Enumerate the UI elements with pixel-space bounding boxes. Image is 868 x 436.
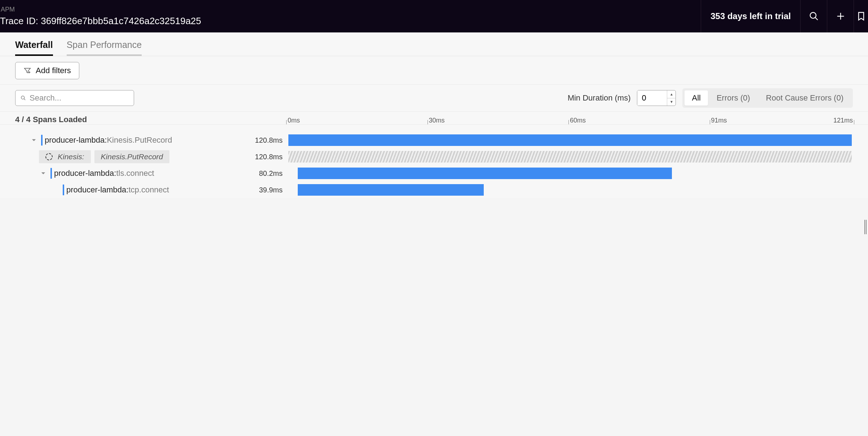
timeline-tick: 60ms (570, 117, 586, 124)
span-color-bar (50, 168, 52, 179)
top-bar: APM Trace ID: 369ff826e7bbb5a1c7426a2c32… (0, 0, 868, 32)
span-label: producer-lambda: tcp.connect (15, 184, 246, 195)
span-label: producer-lambda: tls.connect (15, 168, 246, 179)
tabs: Waterfall Span Performance (0, 32, 868, 56)
span-duration: 80.2ms (246, 169, 288, 178)
svg-line-7 (24, 99, 25, 100)
span-bar-track (288, 167, 853, 180)
span-bar-track (288, 183, 853, 196)
span-row[interactable]: producer-lambda: tls.connect80.2ms (15, 165, 853, 182)
svg-point-6 (21, 96, 25, 99)
span-service: Kinesis: (58, 152, 84, 161)
span-row[interactable]: Kinesis:Kinesis.PutRecord120.8ms (15, 148, 853, 165)
app-label: APM (0, 6, 701, 13)
span-row[interactable]: producer-lambda: tcp.connect39.9ms (15, 182, 853, 198)
span-duration: 120.8ms (246, 153, 288, 161)
span-label: Kinesis:Kinesis.PutRecord (15, 150, 246, 163)
span-service: producer-lambda: (45, 135, 107, 145)
span-service: producer-lambda: (66, 185, 128, 195)
inferred-icon (45, 153, 53, 160)
trace-id: Trace ID: 369ff826e7bbb5a1c7426a2c32519a… (0, 15, 701, 27)
timeline-tick: 91ms (711, 117, 727, 124)
search-box[interactable] (15, 90, 134, 106)
timeline-ticks: 0ms30ms60ms91ms121ms (288, 114, 853, 124)
span-label: producer-lambda: Kinesis.PutRecord (15, 135, 246, 146)
filters-row: Add filters (0, 56, 868, 85)
bookmark-button[interactable] (854, 0, 868, 32)
span-service: producer-lambda: (54, 169, 116, 178)
chevron-down-icon[interactable] (39, 169, 48, 178)
inferred-span-pills: Kinesis:Kinesis.PutRecord (39, 150, 169, 163)
min-duration-field[interactable] (637, 90, 667, 106)
add-button[interactable] (827, 0, 854, 32)
service-pill[interactable]: Kinesis: (39, 150, 91, 163)
chevron-down-icon[interactable] (30, 136, 38, 144)
spans-loaded-label: 4 / 4 Spans Loaded (15, 115, 288, 124)
span-bar-track (288, 134, 853, 147)
filter-icon (23, 67, 31, 75)
add-filters-label: Add filters (36, 66, 71, 75)
min-duration-label: Min Duration (ms) (568, 93, 631, 103)
span-operation: tls.connect (116, 169, 154, 178)
top-bar-left: APM Trace ID: 369ff826e7bbb5a1c7426a2c32… (0, 0, 701, 32)
timeline-header: 4 / 4 Spans Loaded 0ms30ms60ms91ms121ms (0, 112, 868, 125)
timeline-tick: 121ms (833, 117, 853, 124)
span-color-bar (63, 184, 64, 195)
resize-handle[interactable] (864, 220, 867, 234)
bookmark-icon (856, 11, 866, 21)
search-icon (21, 94, 26, 102)
span-rows: producer-lambda: Kinesis.PutRecord120.8m… (0, 125, 868, 198)
search-button[interactable] (800, 0, 827, 32)
tab-span-performance[interactable]: Span Performance (67, 40, 142, 56)
stepper-up[interactable]: ▲ (667, 90, 676, 98)
span-bar[interactable] (288, 134, 852, 146)
search-icon (809, 11, 819, 21)
span-color-bar (41, 135, 43, 146)
span-bar[interactable] (288, 151, 852, 163)
span-duration: 39.9ms (246, 186, 288, 194)
content-area: Waterfall Span Performance Add filters M… (0, 32, 868, 198)
operation-pill[interactable]: Kinesis.PutRecord (94, 150, 170, 163)
segment-root-cause[interactable]: Root Cause Errors (0) (759, 90, 851, 106)
span-row[interactable]: producer-lambda: Kinesis.PutRecord120.8m… (15, 132, 853, 148)
trial-status[interactable]: 353 days left in trial (701, 0, 800, 32)
timeline-tick: 30ms (429, 117, 445, 124)
search-input[interactable] (30, 93, 129, 103)
svg-point-0 (810, 13, 816, 18)
quantity-stepper[interactable]: ▲ ▼ (667, 90, 676, 106)
stepper-down[interactable]: ▼ (667, 98, 676, 106)
tab-waterfall[interactable]: Waterfall (15, 40, 53, 56)
segment-errors[interactable]: Errors (0) (709, 90, 757, 106)
svg-line-1 (815, 18, 818, 20)
span-duration: 120.8ms (246, 136, 288, 144)
top-bar-right: 353 days left in trial (701, 0, 868, 32)
plus-icon (836, 11, 846, 21)
min-duration-input[interactable]: ▲ ▼ (637, 90, 676, 106)
span-bar[interactable] (298, 184, 484, 196)
timeline-tick: 0ms (288, 117, 300, 124)
controls-row: Min Duration (ms) ▲ ▼ All Errors (0) Roo… (0, 85, 868, 112)
span-operation: tcp.connect (128, 185, 169, 195)
add-filters-button[interactable]: Add filters (15, 62, 79, 79)
span-operation: Kinesis.PutRecord (107, 135, 172, 145)
span-bar[interactable] (298, 168, 672, 179)
segment-all[interactable]: All (685, 90, 708, 106)
span-bar-track (288, 150, 853, 163)
filter-segments: All Errors (0) Root Cause Errors (0) (682, 88, 853, 108)
